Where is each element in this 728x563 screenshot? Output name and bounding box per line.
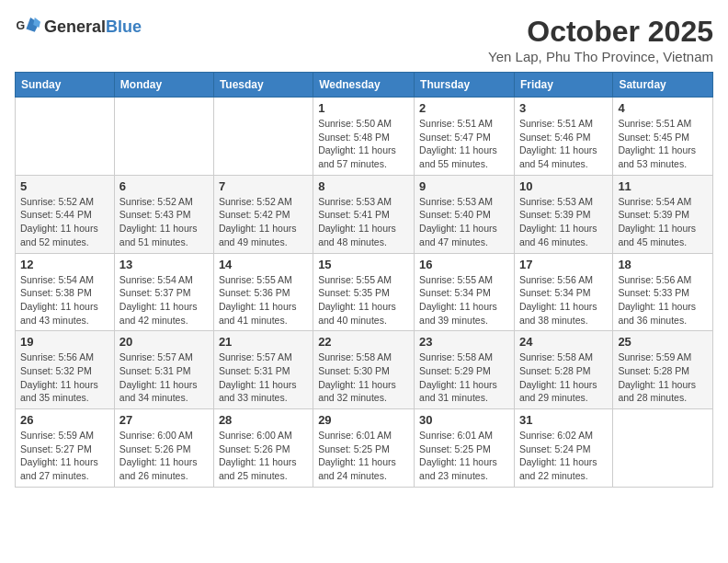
weekday-cell: Tuesday (213, 73, 313, 98)
day-info: Sunrise: 5:52 AM Sunset: 5:42 PM Dayligh… (219, 195, 308, 249)
calendar-cell: 31Sunrise: 6:02 AM Sunset: 5:24 PM Dayli… (514, 409, 612, 488)
calendar-cell: 14Sunrise: 5:55 AM Sunset: 5:36 PM Dayli… (213, 253, 313, 331)
calendar-week-row: 19Sunrise: 5:56 AM Sunset: 5:32 PM Dayli… (16, 331, 713, 409)
day-info: Sunrise: 6:01 AM Sunset: 5:25 PM Dayligh… (419, 429, 509, 483)
logo: G GeneralBlue (15, 15, 142, 40)
day-info: Sunrise: 5:56 AM Sunset: 5:32 PM Dayligh… (20, 350, 109, 405)
day-number: 6 (119, 179, 209, 193)
day-info: Sunrise: 6:02 AM Sunset: 5:24 PM Dayligh… (519, 429, 608, 483)
calendar-cell: 18Sunrise: 5:56 AM Sunset: 5:33 PM Dayli… (613, 253, 713, 331)
day-info: Sunrise: 5:53 AM Sunset: 5:40 PM Dayligh… (419, 195, 509, 249)
title-block: October 2025 Yen Lap, Phu Tho Province, … (488, 15, 713, 64)
svg-text:G: G (17, 19, 26, 32)
day-number: 3 (519, 101, 608, 115)
header: G GeneralBlue October 2025 Yen Lap, Phu … (15, 15, 713, 64)
day-number: 2 (419, 101, 509, 115)
calendar-cell: 7Sunrise: 5:52 AM Sunset: 5:42 PM Daylig… (213, 175, 313, 253)
weekday-cell: Friday (514, 73, 612, 98)
day-info: Sunrise: 5:53 AM Sunset: 5:39 PM Dayligh… (519, 195, 608, 249)
day-number: 21 (219, 335, 308, 349)
day-number: 7 (219, 179, 308, 193)
subtitle: Yen Lap, Phu Tho Province, Vietnam (488, 49, 713, 64)
day-info: Sunrise: 5:58 AM Sunset: 5:29 PM Dayligh… (419, 350, 509, 405)
day-info: Sunrise: 5:54 AM Sunset: 5:38 PM Dayligh… (20, 273, 109, 327)
day-number: 30 (419, 413, 509, 427)
calendar-cell: 29Sunrise: 6:01 AM Sunset: 5:25 PM Dayli… (313, 409, 415, 488)
calendar-cell: 22Sunrise: 5:58 AM Sunset: 5:30 PM Dayli… (313, 331, 415, 409)
day-number: 1 (318, 101, 409, 115)
calendar-cell: 19Sunrise: 5:56 AM Sunset: 5:32 PM Dayli… (16, 331, 115, 409)
calendar-cell: 1Sunrise: 5:50 AM Sunset: 5:48 PM Daylig… (313, 98, 415, 176)
calendar-week-row: 1Sunrise: 5:50 AM Sunset: 5:48 PM Daylig… (16, 98, 713, 176)
calendar-cell: 25Sunrise: 5:59 AM Sunset: 5:28 PM Dayli… (613, 331, 713, 409)
calendar-cell: 15Sunrise: 5:55 AM Sunset: 5:35 PM Dayli… (313, 253, 415, 331)
day-info: Sunrise: 5:52 AM Sunset: 5:44 PM Dayligh… (20, 195, 109, 249)
calendar-cell: 4Sunrise: 5:51 AM Sunset: 5:45 PM Daylig… (613, 98, 713, 176)
day-info: Sunrise: 6:01 AM Sunset: 5:25 PM Dayligh… (318, 429, 409, 483)
weekday-cell: Monday (114, 73, 213, 98)
day-number: 17 (519, 258, 608, 271)
day-info: Sunrise: 5:56 AM Sunset: 5:34 PM Dayligh… (519, 273, 608, 327)
day-number: 10 (519, 179, 608, 193)
day-info: Sunrise: 5:50 AM Sunset: 5:48 PM Dayligh… (318, 117, 409, 171)
calendar-cell: 20Sunrise: 5:57 AM Sunset: 5:31 PM Dayli… (114, 331, 213, 409)
logo-icon: G (15, 15, 40, 40)
day-info: Sunrise: 5:56 AM Sunset: 5:33 PM Dayligh… (618, 273, 708, 327)
calendar-cell: 27Sunrise: 6:00 AM Sunset: 5:26 PM Dayli… (114, 409, 213, 488)
day-info: Sunrise: 5:51 AM Sunset: 5:46 PM Dayligh… (519, 117, 608, 171)
day-number: 27 (119, 413, 209, 427)
day-info: Sunrise: 5:58 AM Sunset: 5:30 PM Dayligh… (318, 350, 409, 405)
calendar-cell: 28Sunrise: 6:00 AM Sunset: 5:26 PM Dayli… (213, 409, 313, 488)
day-number: 29 (318, 413, 409, 427)
calendar-cell: 26Sunrise: 5:59 AM Sunset: 5:27 PM Dayli… (16, 409, 115, 488)
day-info: Sunrise: 5:53 AM Sunset: 5:41 PM Dayligh… (318, 195, 409, 249)
weekday-cell: Wednesday (313, 73, 415, 98)
day-number: 28 (219, 413, 308, 427)
day-number: 9 (419, 179, 509, 193)
day-number: 13 (119, 258, 209, 271)
calendar-week-row: 5Sunrise: 5:52 AM Sunset: 5:44 PM Daylig… (16, 175, 713, 253)
day-number: 11 (618, 179, 708, 193)
day-info: Sunrise: 5:55 AM Sunset: 5:36 PM Dayligh… (219, 273, 308, 327)
calendar-cell: 6Sunrise: 5:52 AM Sunset: 5:43 PM Daylig… (114, 175, 213, 253)
calendar-cell: 17Sunrise: 5:56 AM Sunset: 5:34 PM Dayli… (514, 253, 612, 331)
day-info: Sunrise: 5:54 AM Sunset: 5:37 PM Dayligh… (119, 273, 209, 327)
day-info: Sunrise: 5:52 AM Sunset: 5:43 PM Dayligh… (119, 195, 209, 249)
day-info: Sunrise: 5:55 AM Sunset: 5:34 PM Dayligh… (419, 273, 509, 327)
day-number: 25 (618, 335, 708, 349)
day-number: 23 (419, 335, 509, 349)
day-number: 15 (318, 258, 409, 271)
day-number: 19 (20, 335, 109, 349)
day-info: Sunrise: 5:51 AM Sunset: 5:47 PM Dayligh… (419, 117, 509, 171)
calendar-cell: 30Sunrise: 6:01 AM Sunset: 5:25 PM Dayli… (415, 409, 515, 488)
logo-general: GeneralBlue (44, 18, 142, 37)
weekday-cell: Thursday (415, 73, 515, 98)
weekday-cell: Saturday (613, 73, 713, 98)
day-number: 24 (519, 335, 608, 349)
calendar-cell (114, 98, 213, 176)
calendar-cell: 3Sunrise: 5:51 AM Sunset: 5:46 PM Daylig… (514, 98, 612, 176)
day-number: 22 (318, 335, 409, 349)
day-number: 4 (618, 101, 708, 115)
calendar-cell (613, 409, 713, 488)
day-info: Sunrise: 5:59 AM Sunset: 5:27 PM Dayligh… (20, 429, 109, 483)
day-number: 26 (20, 413, 109, 427)
day-number: 14 (219, 258, 308, 271)
day-number: 31 (519, 413, 608, 427)
day-info: Sunrise: 5:59 AM Sunset: 5:28 PM Dayligh… (618, 350, 708, 405)
day-info: Sunrise: 5:51 AM Sunset: 5:45 PM Dayligh… (618, 117, 708, 171)
calendar-week-row: 12Sunrise: 5:54 AM Sunset: 5:38 PM Dayli… (16, 253, 713, 331)
calendar-cell: 24Sunrise: 5:58 AM Sunset: 5:28 PM Dayli… (514, 331, 612, 409)
weekday-cell: Sunday (16, 73, 115, 98)
day-info: Sunrise: 5:55 AM Sunset: 5:35 PM Dayligh… (318, 273, 409, 327)
calendar-cell: 23Sunrise: 5:58 AM Sunset: 5:29 PM Dayli… (415, 331, 515, 409)
calendar-cell: 11Sunrise: 5:54 AM Sunset: 5:39 PM Dayli… (613, 175, 713, 253)
calendar-cell: 2Sunrise: 5:51 AM Sunset: 5:47 PM Daylig… (415, 98, 515, 176)
calendar-cell (213, 98, 313, 176)
day-info: Sunrise: 6:00 AM Sunset: 5:26 PM Dayligh… (219, 429, 308, 483)
calendar-cell: 16Sunrise: 5:55 AM Sunset: 5:34 PM Dayli… (415, 253, 515, 331)
day-number: 16 (419, 258, 509, 271)
day-info: Sunrise: 6:00 AM Sunset: 5:26 PM Dayligh… (119, 429, 209, 483)
calendar-cell (16, 98, 115, 176)
day-info: Sunrise: 5:57 AM Sunset: 5:31 PM Dayligh… (219, 350, 308, 405)
